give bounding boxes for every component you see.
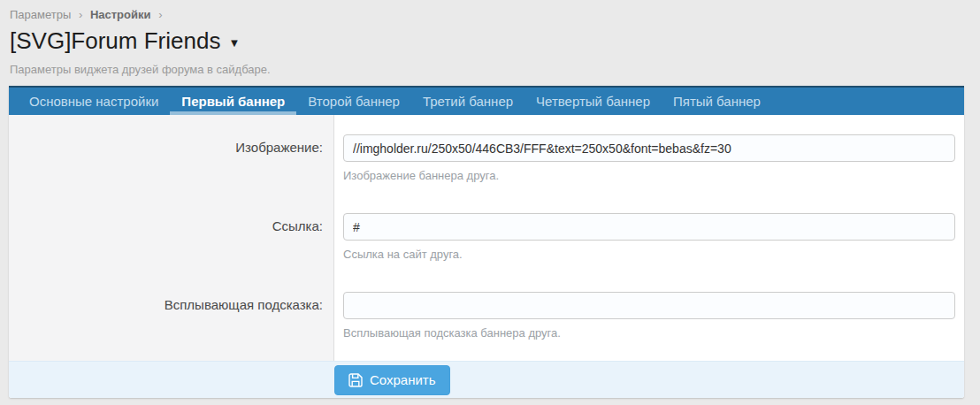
tooltip-field-cell: Всплывающая подсказка баннера друга. bbox=[334, 272, 964, 361]
breadcrumb: Параметры › Настройки › bbox=[10, 8, 969, 21]
breadcrumb-separator-icon: › bbox=[79, 8, 82, 21]
breadcrumb-separator-icon: › bbox=[158, 8, 162, 21]
image-field-cell: Изображение баннера друга. bbox=[334, 115, 964, 194]
tooltip-input[interactable] bbox=[343, 292, 955, 319]
breadcrumb-item-settings[interactable]: Настройки bbox=[90, 8, 151, 21]
settings-form: Изображение: Изображение баннера друга. … bbox=[9, 115, 964, 361]
link-field-label: Ссылка: bbox=[9, 194, 334, 272]
image-field-label: Изображение: bbox=[9, 115, 334, 194]
link-field-help: Ссылка на сайт друга. bbox=[343, 248, 955, 261]
tab-third-banner[interactable]: Третий баннер bbox=[411, 88, 524, 115]
page-header: Параметры › Настройки › [SVG]Forum Frien… bbox=[0, 0, 980, 76]
tab-fourth-banner[interactable]: Четвертый баннер bbox=[524, 88, 662, 115]
page-subtitle: Параметры виджета друзей форума в сайдба… bbox=[10, 63, 969, 76]
tab-fifth-banner[interactable]: Пятый баннер bbox=[662, 88, 772, 115]
image-field-help: Изображение баннера друга. bbox=[343, 169, 955, 182]
image-url-input[interactable] bbox=[343, 134, 955, 162]
page-title: [SVG]Forum Friends bbox=[10, 27, 220, 55]
save-button[interactable]: Сохранить bbox=[334, 365, 450, 395]
tooltip-field-label: Всплывающая подсказка: bbox=[9, 272, 334, 361]
tab-bar: Основные настройки Первый баннер Второй … bbox=[9, 86, 964, 115]
settings-panel: Основные настройки Первый баннер Второй … bbox=[9, 86, 964, 398]
form-row-image: Изображение: Изображение баннера друга. bbox=[9, 115, 964, 194]
form-row-tooltip: Всплывающая подсказка: Всплывающая подск… bbox=[9, 272, 964, 361]
tab-main-settings[interactable]: Основные настройки bbox=[18, 88, 170, 115]
save-button-label: Сохранить bbox=[370, 372, 436, 387]
tooltip-field-help: Всплывающая подсказка баннера друга. bbox=[343, 326, 955, 340]
breadcrumb-item-parameters[interactable]: Параметры bbox=[10, 8, 71, 21]
link-input[interactable] bbox=[343, 213, 955, 241]
chevron-down-icon[interactable]: ▼ bbox=[228, 36, 240, 50]
floppy-disk-icon bbox=[348, 373, 363, 387]
title-dropdown[interactable]: [SVG]Forum Friends ▼ bbox=[10, 27, 969, 55]
form-row-link: Ссылка: Ссылка на сайт друга. bbox=[9, 194, 964, 272]
tab-first-banner[interactable]: Первый баннер bbox=[170, 88, 296, 115]
link-field-cell: Ссылка на сайт друга. bbox=[334, 194, 964, 272]
tab-second-banner[interactable]: Второй баннер bbox=[296, 88, 411, 115]
panel-footer: Сохранить bbox=[9, 361, 964, 398]
